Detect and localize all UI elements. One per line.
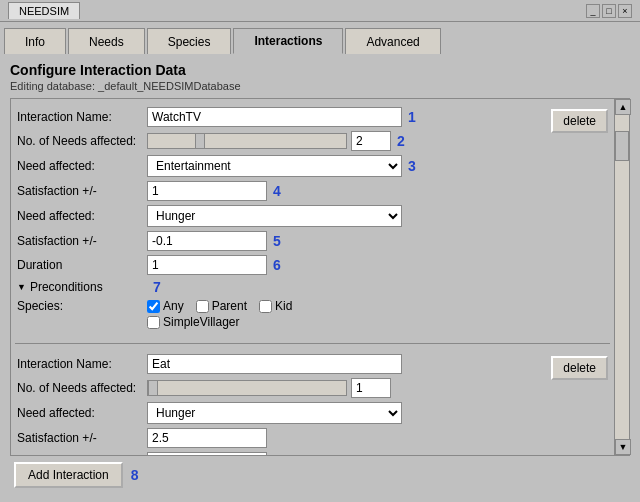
needs-slider-1[interactable] [147, 133, 347, 149]
number-4: 4 [273, 183, 281, 199]
preconditions-label-1[interactable]: ▼ Preconditions [17, 280, 147, 294]
tab-info[interactable]: Info [4, 28, 66, 54]
satisfaction-row-2: Satisfaction +/- 5 [17, 231, 537, 251]
title-bar: NEEDSIM _ □ × [0, 0, 640, 22]
delete-button-2[interactable]: delete [551, 356, 608, 380]
minimize-button[interactable]: _ [586, 4, 600, 18]
main-content: Configure Interaction Data Editing datab… [0, 54, 640, 502]
satisfaction-input-1[interactable] [147, 181, 267, 201]
scrollbar-thumb[interactable] [615, 131, 629, 161]
checkbox-parent-input[interactable] [196, 300, 209, 313]
needs-affected-label-1: No. of Needs affected: [17, 134, 147, 148]
satisfaction-input-eat[interactable] [147, 428, 267, 448]
checkbox-simplevillager[interactable]: SimpleVillager [147, 315, 239, 329]
interaction-name-input-1[interactable] [147, 107, 402, 127]
interaction-name-input-2[interactable] [147, 354, 402, 374]
number-2: 2 [397, 133, 405, 149]
interaction-name-label-2: Interaction Name: [17, 357, 147, 371]
scroll-down-button[interactable]: ▼ [615, 439, 631, 455]
need-affected-select-1[interactable]: Entertainment Hunger Sleep [147, 155, 402, 177]
needs-affected-label-2: No. of Needs affected: [17, 381, 147, 395]
close-button[interactable]: × [618, 4, 632, 18]
needs-value-2[interactable] [351, 378, 391, 398]
tab-bar: Info Needs Species Interactions Advanced [0, 22, 640, 54]
needs-slider-2[interactable] [147, 380, 347, 396]
bottom-bar: Add Interaction 8 [10, 456, 630, 494]
interaction-block-watchtv: Interaction Name: 1 No. of Needs affecte… [15, 105, 610, 333]
preconditions-row-1[interactable]: ▼ Preconditions 7 [17, 279, 537, 295]
duration-input-1[interactable] [147, 255, 267, 275]
species-checkboxes-2: SimpleVillager [147, 315, 239, 329]
checkbox-kid-input[interactable] [259, 300, 272, 313]
add-interaction-button[interactable]: Add Interaction [14, 462, 123, 488]
interaction-name-row-2: Interaction Name: [17, 354, 537, 374]
need-affected-label-eat: Need affected: [17, 406, 147, 420]
satisfaction-label-eat: Satisfaction +/- [17, 431, 147, 445]
title-bar-left: NEEDSIM [8, 2, 80, 19]
satisfaction-input-2[interactable] [147, 231, 267, 251]
species-checkboxes: Any Parent Kid [147, 299, 292, 313]
need-affected-select-2[interactable]: Hunger Entertainment Sleep [147, 205, 402, 227]
scrollbar-track[interactable] [615, 115, 629, 439]
duration-input-eat[interactable] [147, 452, 267, 456]
need-affected-label-1: Need affected: [17, 159, 147, 173]
need-affected-label-2: Need affected: [17, 209, 147, 223]
needs-slider-container-1 [147, 131, 391, 151]
delete-button-1[interactable]: delete [551, 109, 608, 133]
separator-1 [15, 343, 610, 344]
number-3: 3 [408, 158, 416, 174]
species-row-2: SimpleVillager [17, 315, 537, 329]
need-affected-row-1: Need affected: Entertainment Hunger Slee… [17, 155, 537, 177]
needs-value-1[interactable] [351, 131, 391, 151]
window-container: NEEDSIM _ □ × Info Needs Species Interac… [0, 0, 640, 502]
satisfaction-row-eat: Satisfaction +/- [17, 428, 537, 448]
scroll-up-button[interactable]: ▲ [615, 99, 631, 115]
number-6: 6 [273, 257, 281, 273]
tab-needs[interactable]: Needs [68, 28, 145, 54]
duration-row-eat: Duration [17, 452, 537, 456]
interaction-block-eat: Interaction Name: No. of Needs affected: [15, 352, 610, 456]
window-title: NEEDSIM [8, 2, 80, 19]
checkbox-any[interactable]: Any [147, 299, 184, 313]
satisfaction-label-2: Satisfaction +/- [17, 234, 147, 248]
satisfaction-row-1: Satisfaction +/- 4 [17, 181, 537, 201]
checkbox-kid[interactable]: Kid [259, 299, 292, 313]
tab-species[interactable]: Species [147, 28, 232, 54]
species-row-1: Species: Any Parent [17, 299, 537, 313]
checkbox-any-input[interactable] [147, 300, 160, 313]
add-interaction-number: 8 [131, 467, 139, 483]
title-bar-controls: _ □ × [586, 4, 632, 18]
interaction-name-label-1: Interaction Name: [17, 110, 147, 124]
interaction-name-row-1: Interaction Name: 1 [17, 107, 537, 127]
tab-advanced[interactable]: Advanced [345, 28, 440, 54]
maximize-button[interactable]: □ [602, 4, 616, 18]
number-1: 1 [408, 109, 416, 125]
checkbox-simplevillager-input[interactable] [147, 316, 160, 329]
need-affected-row-eat: Need affected: Hunger Entertainment Slee… [17, 402, 537, 424]
duration-label-1: Duration [17, 258, 147, 272]
needs-affected-row-1: No. of Needs affected: 2 [17, 131, 537, 151]
duration-label-eat: Duration [17, 455, 147, 456]
needs-affected-row-2: No. of Needs affected: [17, 378, 537, 398]
scroll-wrapper: Interaction Name: 1 No. of Needs affecte… [10, 98, 630, 456]
tab-interactions[interactable]: Interactions [233, 28, 343, 54]
need-affected-select-eat[interactable]: Hunger Entertainment Sleep [147, 402, 402, 424]
scroll-area[interactable]: Interaction Name: 1 No. of Needs affecte… [10, 98, 614, 456]
checkbox-parent[interactable]: Parent [196, 299, 247, 313]
db-label: Editing database: _default_NEEDSIMDataba… [10, 80, 630, 92]
section-title: Configure Interaction Data [10, 62, 630, 78]
number-5: 5 [273, 233, 281, 249]
scrollbar[interactable]: ▲ ▼ [614, 98, 630, 456]
need-affected-row-2: Need affected: Hunger Entertainment Slee… [17, 205, 537, 227]
species-label: Species: [17, 299, 147, 313]
needs-slider-container-2 [147, 378, 391, 398]
triangle-icon-1: ▼ [17, 282, 26, 292]
satisfaction-label-1: Satisfaction +/- [17, 184, 147, 198]
duration-row-1: Duration 6 [17, 255, 537, 275]
number-7: 7 [153, 279, 161, 295]
